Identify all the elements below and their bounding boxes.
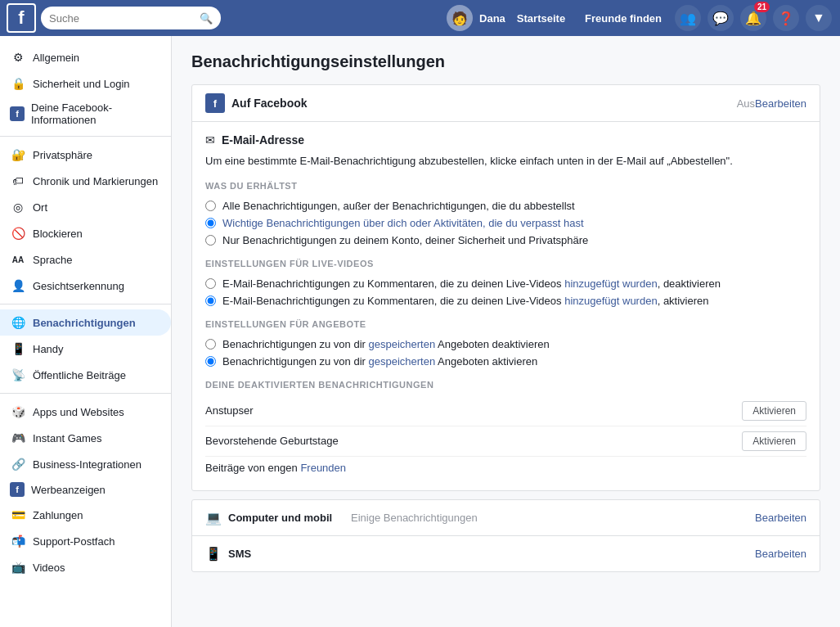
bottom-sections: 💻 Computer und mobil Einige Benachrichti… [191,499,820,572]
email-icon: ✉ [205,133,215,147]
sidebar-item-beitraege[interactable]: 📡 Öffentliche Beiträge [0,362,171,388]
friends-icon-btn[interactable]: 👥 [675,5,701,31]
tag-icon: 🏷 [10,173,26,189]
search-input[interactable] [49,12,200,25]
notifications-icon-btn[interactable]: 🔔 21 [740,5,766,31]
facebook-f-icon: f [10,106,25,121]
sms-title: SMS [228,548,351,560]
topnav-right: 🧑 Dana Startseite Freunde finden 👥 💬 🔔 2… [447,5,833,31]
page-title: Benachrichtigungseinstellungen [191,52,820,71]
angebote-option-2-radio[interactable] [205,356,216,367]
sidebar-item-business[interactable]: 🔗 Business-Integrationen [0,451,171,477]
more-icon-btn[interactable]: ▼ [806,5,832,31]
was-du-erhaeltst-label: WAS DU ERHÄLTST [205,181,806,191]
sidebar-item-chronik[interactable]: 🏷 Chronik und Markierungen [0,168,171,194]
sidebar-item-handy[interactable]: 📱 Handy [0,336,171,362]
option-wichtig[interactable]: Wichtige Benachrichtigungen über dich od… [205,214,806,232]
sidebar-divider-3 [0,393,171,394]
option-wichtig-radio[interactable] [205,218,216,228]
sidebar-item-label: Blockieren [33,228,83,240]
help-icon-btn[interactable]: ❓ [773,5,799,31]
block-icon: 🚫 [10,225,26,241]
sidebar-item-label: Apps und Websites [33,406,124,418]
angebote-option-1-radio[interactable] [205,339,216,350]
facebook-logo: f [7,3,36,33]
sidebar-item-ort[interactable]: ◎ Ort [0,194,171,220]
messenger-icon-btn[interactable]: 💬 [707,5,734,31]
live-option-2-label: E-Mail-Benachrichtigungen zu Kommentaren… [222,295,709,307]
freunde-finden-link[interactable]: Freunde finden [577,7,670,29]
sms-icon: 📱 [205,546,222,562]
sidebar-item-werbung[interactable]: f Werbeanzeigen [0,477,171,502]
sidebar-item-gesicht[interactable]: 👤 Gesichtserkennung [0,273,171,299]
sidebar-item-blockieren[interactable]: 🚫 Blockieren [0,220,171,246]
sidebar-item-privatsphaere[interactable]: 🔐 Privatsphäre [0,142,171,168]
search-bar[interactable]: 🔍 [41,7,221,29]
ad-icon: f [10,482,25,497]
anstupser-aktivieren-button[interactable]: Aktivieren [742,401,806,421]
sidebar-item-label: Allgemein [33,52,79,64]
avatar[interactable]: 🧑 [447,5,473,31]
globe-icon: 🌐 [10,314,26,331]
sidebar-item-label: Benachrichtigungen [33,317,136,329]
live-option-1-radio[interactable] [205,278,216,289]
angebote-label: EINSTELLUNGEN FÜR ANGEBOTE [205,319,806,329]
live-option-2-radio[interactable] [205,295,216,306]
sidebar-item-zahlungen[interactable]: 💳 Zahlungen [0,502,171,528]
anstupser-label: Anstupser [205,404,742,417]
computer-mobil-bearbeiten[interactable]: Bearbeiten [755,512,806,524]
sms-bearbeiten[interactable]: Bearbeiten [755,548,806,560]
location-icon: ◎ [10,199,26,215]
sidebar-item-label: Privatsphäre [33,149,92,161]
live-option-1-label: E-Mail-Benachrichtigungen zu Kommentaren… [222,277,721,290]
sidebar-item-allgemein[interactable]: ⚙ Allgemein [0,44,171,70]
email-section: ✉ E-Mail-Adresse Um eine bestimmte E-Mai… [192,122,820,490]
sidebar-item-label: Videos [33,562,65,574]
top-navigation: f 🔍 🧑 Dana Startseite Freunde finden 👥 💬… [0,0,840,36]
sidebar-divider-2 [0,304,171,304]
sidebar-item-apps[interactable]: 🎲 Apps und Websites [0,399,171,425]
computer-mobil-title: Computer und mobil [228,512,351,524]
option-all[interactable]: Alle Benachrichtigungen, außer der Benac… [205,197,806,214]
sidebar-item-support[interactable]: 📬 Support-Postfach [0,528,171,554]
email-header-text: E-Mail-Adresse [222,133,304,147]
support-icon: 📬 [10,533,26,549]
lock-icon: 🔒 [10,75,26,92]
sidebar-item-label: Instant Games [33,432,102,444]
notification-badge: 21 [754,2,770,12]
sidebar-item-label: Chronik und Markierungen [33,175,158,187]
angebote-option-2[interactable]: Benachrichtigungen zu von dir gespeicher… [205,353,806,370]
sidebar-item-sicherheit[interactable]: 🔒 Sicherheit und Login [0,70,171,97]
facebook-section-icon: f [205,93,225,113]
privacy-icon: 🔐 [10,147,26,163]
sidebar-item-games[interactable]: 🎮 Instant Games [0,425,171,451]
option-nur-label: Nur Benachrichtigungen zu deinem Konto, … [222,234,588,246]
username[interactable]: Dana [479,12,505,25]
geburtstage-aktivieren-button[interactable]: Aktivieren [742,431,806,451]
sidebar-item-sprache[interactable]: AA Sprache [0,246,171,273]
live-option-1[interactable]: E-Mail-Benachrichtigungen zu Kommentaren… [205,275,806,292]
option-nur-radio[interactable] [205,235,216,246]
angebote-options: Benachrichtigungen zu von dir gespeicher… [205,336,806,370]
rss-icon: 📡 [10,367,26,383]
option-nur[interactable]: Nur Benachrichtigungen zu deinem Konto, … [205,232,806,249]
deactivated-row-geburtstage: Bevorstehende Geburtstage Aktivieren [205,426,806,457]
angebote-option-1-label: Benachrichtigungen zu von dir gespeicher… [222,338,550,350]
sidebar-item-label: Sicherheit und Login [33,78,130,90]
deaktiviert-rows: Anstupser Aktivieren Bevorstehende Gebur… [205,396,806,479]
live-label: EINSTELLUNGEN FÜR LIVE-VIDEOS [205,259,806,268]
sidebar-item-videos[interactable]: 📺 Videos [0,554,171,580]
computer-mobil-sub: Einige Benachrichtigungen [351,512,755,524]
angebote-option-1[interactable]: Benachrichtigungen zu von dir gespeicher… [205,336,806,353]
auf-facebook-bearbeiten[interactable]: Bearbeiten [755,97,806,110]
sidebar-item-benachrichtigungen[interactable]: 🌐 Benachrichtigungen [0,309,171,336]
live-option-2[interactable]: E-Mail-Benachrichtigungen zu Kommentaren… [205,292,806,309]
search-icon: 🔍 [200,12,213,25]
business-icon: 🔗 [10,456,26,472]
sidebar-item-facebook-info[interactable]: f Deine Facebook-Informationen [0,97,171,131]
option-all-radio[interactable] [205,201,216,211]
computer-icon: 💻 [205,510,222,526]
page-wrapper: ⚙ Allgemein 🔒 Sicherheit und Login f Dei… [0,36,840,627]
startseite-link[interactable]: Startseite [509,7,573,29]
deactivated-row-beitraege: Beiträge von engen Freunden [205,457,806,479]
